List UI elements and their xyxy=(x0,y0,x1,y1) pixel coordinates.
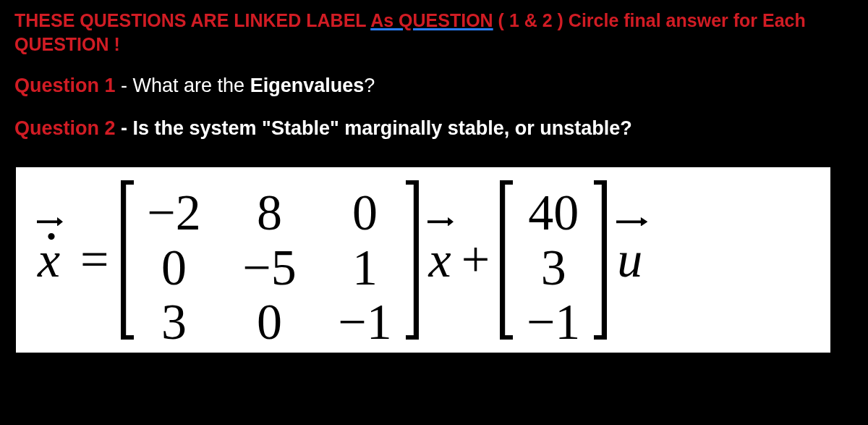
q1-dash: - xyxy=(121,75,133,96)
u-vector: u xyxy=(617,231,642,289)
u-symbol: u xyxy=(617,232,642,287)
x-symbol: x xyxy=(429,232,451,287)
left-bracket-icon xyxy=(500,180,513,340)
q1-label: Question 1 xyxy=(14,75,121,96)
A-2-2: −1 xyxy=(335,295,396,349)
q1-post: ? xyxy=(364,75,375,96)
A-0-0: −2 xyxy=(144,186,205,240)
matrix-B-wrap: 40 3 −1 xyxy=(500,180,607,340)
question-2: Question 2 - Is the system "Stable" marg… xyxy=(14,116,854,141)
B-2: −1 xyxy=(523,295,584,349)
matrix-A-wrap: −2 8 0 0 −5 1 3 0 −1 xyxy=(121,180,419,340)
B-0: 40 xyxy=(523,186,584,240)
lhs-xdot: • x xyxy=(38,231,60,289)
matrix-A: −2 8 0 0 −5 1 3 0 −1 xyxy=(134,180,406,340)
question-1: Question 1 - What are the Eigenvalues? xyxy=(14,73,854,98)
header-part1: THESE QUESTIONS ARE LINKED LABEL xyxy=(14,10,370,30)
equals-sign: = xyxy=(80,231,109,289)
right-bracket-icon xyxy=(594,180,607,340)
arrow-icon xyxy=(427,217,454,227)
matrix-B: 40 3 −1 xyxy=(513,180,594,340)
B-1: 3 xyxy=(523,241,584,295)
q1-bold: Eigenvalues xyxy=(250,75,365,96)
A-1-2: 1 xyxy=(335,241,396,295)
svg-marker-3 xyxy=(448,217,454,227)
A-2-1: 0 xyxy=(239,295,300,349)
A-0-2: 0 xyxy=(335,186,396,240)
header-underlined: As QUESTION xyxy=(370,10,493,30)
header-instruction: THESE QUESTIONS ARE LINKED LABEL As QUES… xyxy=(14,9,854,56)
arrow-icon xyxy=(616,217,647,227)
A-2-0: 3 xyxy=(144,295,205,349)
q2-label: Question 2 xyxy=(14,117,121,139)
A-1-1: −5 xyxy=(239,241,300,295)
q2-rest: - Is the system "Stable" marginally stab… xyxy=(121,117,632,139)
A-0-1: 8 xyxy=(239,186,300,240)
svg-marker-1 xyxy=(57,217,63,227)
plus-sign: + xyxy=(461,231,490,289)
equation-box: • x = −2 8 0 0 −5 1 3 0 −1 xyxy=(14,166,832,354)
A-1-0: 0 xyxy=(144,241,205,295)
right-bracket-icon xyxy=(406,180,419,340)
left-bracket-icon xyxy=(121,180,134,340)
x-vector: x xyxy=(429,231,451,289)
arrow-icon xyxy=(37,217,63,227)
q1-pre: What are the xyxy=(133,75,250,96)
state-space-equation: • x = −2 8 0 0 −5 1 3 0 −1 xyxy=(38,180,809,340)
x-dot-vector: • x xyxy=(38,231,60,289)
svg-marker-5 xyxy=(641,217,648,227)
